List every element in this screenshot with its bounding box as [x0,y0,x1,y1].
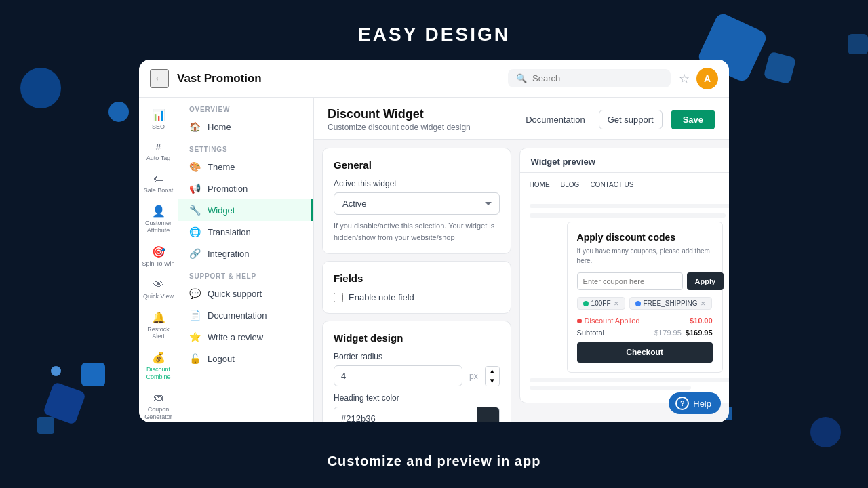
tag-dot-100ff [583,301,589,306]
top-bar-actions: ☆ A [679,68,718,89]
discount-combine-icon: 💰 [152,351,165,364]
sidebar-item-quick-view[interactable]: 👁 Quick View [139,273,178,306]
widget-icon: 🔧 [189,205,201,216]
coupon-generator-icon: 🎟 [153,392,164,404]
main-panel: Discount Widget Customize discount code … [314,98,729,422]
panel-header: Discount Widget Customize discount code … [314,98,729,140]
enable-note-row: Enable note field [334,292,500,302]
quick-view-icon: 👁 [153,279,164,291]
sale-boost-icon: 🏷 [153,173,164,185]
promotion-icon: 📢 [189,183,201,194]
final-price: $169.95 [686,329,713,337]
nav-home-link: HOME [530,181,550,188]
sidebar-item-discount-combine[interactable]: 💰 Discount Combine [139,346,178,386]
help-button[interactable]: ? Help [669,392,721,414]
tag-remove-100ff[interactable]: ✕ [614,300,619,307]
border-radius-label: Border radius [334,352,500,361]
active-widget-select[interactable]: Active Inactive [334,192,500,215]
color-input-row [334,407,500,422]
theme-icon: 🎨 [189,161,201,172]
nav-item-quick-support-label: Quick support [208,289,262,299]
coupon-input[interactable] [577,272,683,290]
bg-decoration-5 [43,382,86,425]
skeleton-line-1 [530,204,729,208]
subtotal-label: Subtotal [577,329,604,337]
preview-card: Widget preview HOME BLOG CONTACT US 🛒 [519,148,729,403]
checkout-button[interactable]: Checkout [577,342,713,363]
auto-tag-icon: # [156,142,161,152]
translation-icon: 🌐 [189,226,201,237]
sidebar-item-restock-alert[interactable]: 🔔 Restock Alert [139,306,178,346]
panel-title: Discount Widget [328,107,471,121]
color-swatch[interactable] [477,407,499,422]
documentation-button[interactable]: Documentation [520,112,590,127]
nav-item-home[interactable]: 🏠 Home [178,116,313,138]
nav-item-widget[interactable]: 🔧 Widget [178,199,313,221]
apply-button[interactable]: Apply [687,272,724,290]
subtotal-row: Subtotal $179.95 $169.95 [577,329,713,337]
border-radius-row: px ▲ ▼ [334,365,500,386]
skeleton-line-3 [530,378,729,382]
bg-decoration-2 [764,52,797,85]
sidebar-item-sale-boost[interactable]: 🏷 Sale Boost [139,167,178,200]
sidebar-item-coupon-generator[interactable]: 🎟 Coupon Generator [139,386,178,422]
get-support-button[interactable]: Get support [599,110,663,129]
stepper-up-button[interactable]: ▲ [486,367,499,376]
documentation-icon: 📄 [189,310,201,321]
panel-body: General Active this widget Active Inacti… [314,140,729,422]
tag-remove-free-shipping[interactable]: ✕ [701,300,706,307]
discount-dot [577,319,582,323]
subtotal-prices: $179.95 $169.95 [654,329,713,337]
nav-item-write-review[interactable]: ⭐ Write a review [178,326,313,348]
save-button[interactable]: Save [671,110,715,129]
nav-item-translation[interactable]: 🌐 Translation [178,221,313,243]
nav-item-theme[interactable]: 🎨 Theme [178,156,313,178]
discount-applied-label: Discount Applied [577,317,640,325]
search-icon: 🔍 [516,73,527,83]
nav-item-documentation-label: Documentation [208,310,267,321]
preview-body: Apply discount codes If you have many co… [520,197,729,403]
help-icon: ? [675,396,689,410]
nav-item-promotion[interactable]: 📢 Promotion [178,178,313,199]
discount-widget-title: Apply discount codes [577,232,713,243]
integration-icon: 🔗 [189,248,201,259]
nav-item-logout[interactable]: 🔓 Logout [178,348,313,369]
bg-decoration-7 [37,417,54,434]
stepper-down-button[interactable]: ▼ [486,376,499,386]
sidebar-item-spin-to-win[interactable]: 🎯 Spin To Win [139,240,178,273]
nav-blog-link: BLOG [561,181,580,188]
coupon-tag-free-shipping: FREE_SHIPPING ✕ [629,297,712,310]
bg-decoration-8 [810,417,841,447]
color-text-input[interactable] [334,409,477,423]
bg-decoration-6 [81,363,105,386]
sidebar-item-auto-tag[interactable]: # Auto Tag [139,136,178,167]
widget-design-title: Widget design [334,332,500,344]
original-price: $179.95 [654,329,682,337]
search-bar: 🔍 [508,69,671,87]
coupon-tags: 100FF ✕ FREE_SHIPPING ✕ [577,297,713,310]
nav-item-home-label: Home [208,122,231,132]
heading-color-label: Heading text color [334,393,500,403]
app-window: ← Vast Promotion 🔍 ☆ A 📊 SEO # Auto Tag … [139,60,729,422]
enable-note-checkbox[interactable] [334,293,343,302]
nav-item-integration[interactable]: 🔗 Integration [178,243,313,264]
nav-item-widget-label: Widget [208,205,235,216]
nav-item-quick-support[interactable]: 💬 Quick support [178,283,313,304]
border-radius-input[interactable] [334,365,462,386]
back-button[interactable]: ← [150,69,169,88]
avatar[interactable]: A [696,68,718,89]
preview-title: Widget preview [520,148,729,173]
nav-item-promotion-label: Promotion [208,184,248,194]
sidebar-item-customer-attr[interactable]: 👤 Customer Attribute [139,199,178,240]
bg-decoration-11 [848,34,868,54]
search-input[interactable] [532,73,663,83]
enable-note-label: Enable note field [349,292,414,302]
discount-widget-desc: If you have many coupons, please add the… [577,247,713,266]
star-button[interactable]: ☆ [679,71,690,86]
nav-item-documentation[interactable]: 📄 Documentation [178,304,313,326]
preview-panel: Widget preview HOME BLOG CONTACT US 🛒 [519,148,729,422]
nav-item-theme-label: Theme [208,162,235,172]
discount-widget-wrapper: Apply discount codes If you have many co… [530,222,729,373]
sidebar-item-seo[interactable]: 📊 SEO [139,103,178,136]
support-section-label: SUPPORT & HELP [178,264,313,283]
